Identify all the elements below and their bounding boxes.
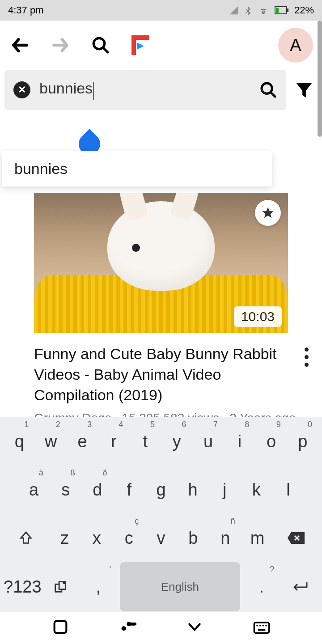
- signal-icon: [229, 5, 239, 15]
- avatar[interactable]: A: [278, 28, 313, 63]
- enter-key[interactable]: [280, 562, 318, 611]
- battery-icon: [275, 6, 289, 14]
- more-options-button[interactable]: [305, 344, 309, 425]
- svg-rect-13: [254, 623, 269, 633]
- keyboard: 1q2w3e4r5t6y7u8i9o0p äaßsðdfghjkl zxçcvb…: [0, 417, 322, 644]
- svg-point-11: [122, 626, 126, 631]
- nav-back-button[interactable]: [186, 618, 203, 638]
- key-x[interactable]: x: [80, 514, 113, 562]
- back-button[interactable]: [9, 34, 31, 56]
- svg-rect-2: [276, 8, 279, 13]
- space-key[interactable]: English: [120, 562, 240, 611]
- key-o[interactable]: 9o: [255, 417, 287, 466]
- shift-key[interactable]: [4, 514, 49, 562]
- search-submit-icon[interactable]: [259, 81, 277, 99]
- video-result[interactable]: 10:03 Funny and Cute Baby Bunny Rabbit V…: [16, 193, 306, 425]
- backspace-key[interactable]: [273, 514, 318, 562]
- svg-point-9: [63, 582, 66, 585]
- search-input[interactable]: bunnies: [39, 80, 250, 101]
- navigation-bar: [0, 612, 322, 644]
- svg-rect-15: [259, 625, 261, 626]
- key-c[interactable]: çc: [113, 514, 145, 562]
- svg-rect-17: [265, 625, 267, 626]
- nav-keyboard-button[interactable]: [253, 618, 271, 638]
- avatar-letter: A: [290, 36, 301, 55]
- key-y[interactable]: 6y: [161, 417, 192, 466]
- svg-rect-1: [287, 8, 288, 12]
- bluetooth-icon: [244, 5, 252, 16]
- favorite-button[interactable]: [255, 200, 281, 226]
- text-cursor: [93, 82, 94, 100]
- key-j[interactable]: j: [209, 466, 241, 514]
- status-icons: 22%: [229, 4, 314, 16]
- video-thumbnail[interactable]: 10:03: [34, 193, 288, 333]
- search-suggestions: bunnies: [2, 151, 272, 186]
- emoji-key[interactable]: [42, 562, 80, 611]
- search-box: ✕ bunnies: [4, 70, 286, 110]
- key-d[interactable]: ðd: [81, 466, 113, 514]
- key-h[interactable]: h: [177, 466, 209, 514]
- svg-rect-18: [258, 629, 266, 631]
- app-logo-icon: [130, 34, 151, 56]
- filter-button[interactable]: [291, 76, 318, 103]
- key-q[interactable]: 1q: [4, 417, 35, 466]
- key-z[interactable]: z: [49, 514, 81, 562]
- key-w[interactable]: 2w: [35, 417, 66, 466]
- nav-recent-button[interactable]: [51, 618, 69, 638]
- key-n[interactable]: ñn: [209, 514, 242, 562]
- key-r[interactable]: 4r: [98, 417, 129, 466]
- search-value: bunnies: [39, 80, 93, 97]
- key-m[interactable]: m: [242, 514, 274, 562]
- suggestion-item[interactable]: bunnies: [14, 160, 259, 178]
- svg-rect-10: [55, 621, 67, 633]
- clear-search-button[interactable]: ✕: [13, 81, 30, 98]
- status-bar: 4:37 pm 22%: [0, 0, 322, 21]
- key-i[interactable]: 8i: [224, 417, 255, 466]
- key-v[interactable]: v: [145, 514, 177, 562]
- symbols-key[interactable]: ?123: [4, 562, 42, 611]
- key-k[interactable]: k: [241, 466, 272, 514]
- key-l[interactable]: l: [272, 466, 304, 514]
- svg-rect-16: [263, 625, 264, 626]
- wifi-icon: [258, 5, 269, 15]
- key-b[interactable]: b: [177, 514, 209, 562]
- search-button[interactable]: [89, 34, 112, 56]
- video-duration: 10:03: [234, 306, 282, 327]
- key-u[interactable]: 7u: [192, 417, 224, 466]
- video-title: Funny and Cute Baby Bunny Rabbit Videos …: [34, 344, 296, 406]
- comma-key[interactable]: ' ,: [79, 562, 117, 611]
- svg-rect-14: [256, 625, 258, 626]
- top-toolbar: A: [0, 21, 322, 70]
- key-g[interactable]: g: [145, 466, 177, 514]
- key-a[interactable]: äa: [18, 466, 50, 514]
- key-p[interactable]: 0p: [287, 417, 318, 466]
- key-f[interactable]: f: [113, 466, 145, 514]
- nav-home-button[interactable]: [119, 618, 136, 638]
- results-area: Search Results 10:03 Funny and Cute Baby…: [16, 155, 306, 425]
- scrollbar[interactable]: [318, 21, 322, 137]
- svg-rect-5: [131, 35, 136, 55]
- key-t[interactable]: 5t: [130, 417, 161, 466]
- key-s[interactable]: ßs: [50, 466, 81, 514]
- battery-percent: 22%: [294, 4, 314, 16]
- period-key[interactable]: ? .: [243, 562, 281, 611]
- key-e[interactable]: 3e: [67, 417, 98, 466]
- status-time: 4:37 pm: [8, 4, 44, 16]
- forward-button[interactable]: [49, 34, 72, 56]
